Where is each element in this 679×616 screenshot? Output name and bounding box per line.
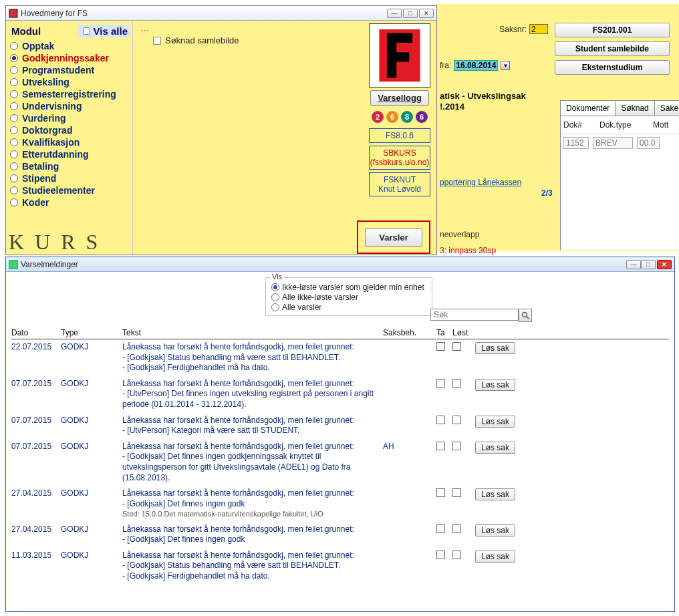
- vm-search-input[interactable]: [430, 309, 519, 321]
- tab-sake[interactable]: Sake: [654, 100, 679, 116]
- radio-icon: [10, 186, 18, 194]
- vm-max-button[interactable]: □: [641, 260, 656, 269]
- version-dot: 8: [401, 111, 413, 123]
- lost-checkbox[interactable]: [452, 442, 461, 450]
- version-box: FS8.0.6: [369, 128, 430, 143]
- vm-row: 07.07.2015GODKJLånekassa har forsøkt å h…: [11, 413, 669, 439]
- los-sak-button[interactable]: Løs sak: [475, 551, 515, 563]
- los-sak-button[interactable]: Løs sak: [475, 488, 515, 500]
- version-dot: 6: [386, 111, 398, 123]
- dok-hdr-mott: Mott: [653, 120, 668, 130]
- vm-search-button[interactable]: [519, 309, 532, 322]
- varsler-highlight: Varsler: [357, 220, 430, 254]
- tree-panel: ⋯ Søknad samlebilde: [133, 21, 363, 255]
- los-sak-button[interactable]: Løs sak: [475, 379, 515, 391]
- overlapp-text: neoverlapp: [440, 230, 479, 239]
- varselmeldinger-window: Varselmeldinger — □ ✕ Vis Ikke-løste var…: [5, 257, 675, 612]
- lost-checkbox[interactable]: [452, 524, 461, 533]
- radio-icon: [10, 138, 18, 146]
- ta-checkbox[interactable]: [436, 442, 445, 450]
- vm-row: 27.04.2015GODKJLånekassa har forsøkt å h…: [11, 522, 669, 548]
- module-item-doktorgrad[interactable]: Doktorgrad: [7, 124, 131, 136]
- ta-checkbox[interactable]: [436, 488, 445, 497]
- radio-icon: [10, 174, 18, 182]
- doc-tabbar: Dokumenter Søknad Sake: [560, 100, 679, 116]
- vm-row: 22.07.2015GODKJLånekassa har forsøkt å h…: [11, 339, 669, 376]
- saksnr-field[interactable]: 2: [529, 24, 548, 34]
- vm-min-button[interactable]: —: [626, 260, 641, 269]
- page-counter: 2/3: [541, 188, 553, 198]
- radio-icon: [10, 126, 18, 134]
- fra-date-dropdown[interactable]: ▼: [501, 61, 510, 70]
- vis-alle-checkbox[interactable]: [83, 27, 90, 35]
- module-item-opptak[interactable]: Opptak: [7, 40, 131, 52]
- sak-desc-2: !.2014: [440, 102, 464, 112]
- svg-point-2: [523, 313, 527, 317]
- ta-checkbox[interactable]: [436, 551, 445, 559]
- kurs-watermark: K U R S: [9, 230, 100, 255]
- vm-close-button[interactable]: ✕: [657, 260, 672, 269]
- vis-option[interactable]: Ikke-løste varsler som gjelder min enhet: [271, 283, 426, 292]
- module-item-programstudent[interactable]: Programstudent: [7, 64, 131, 76]
- eksternstudium-button[interactable]: Eksternstudium: [555, 60, 670, 75]
- module-item-vurdering[interactable]: Vurdering: [7, 112, 131, 124]
- user-box: FSKNUT Knut Løvold: [369, 172, 430, 196]
- tab-soknad[interactable]: Søknad: [615, 100, 654, 116]
- los-sak-button[interactable]: Løs sak: [475, 416, 515, 428]
- varsellogg-button[interactable]: Varsellogg: [370, 90, 429, 106]
- vis-legend: Vis: [270, 273, 284, 281]
- varsler-button[interactable]: Varsler: [365, 228, 422, 247]
- lost-checkbox[interactable]: [452, 379, 461, 388]
- fs-close-button[interactable]: ✕: [419, 9, 434, 18]
- los-sak-button[interactable]: Løs sak: [475, 524, 515, 536]
- ta-checkbox[interactable]: [436, 416, 445, 424]
- radio-icon: [271, 283, 279, 291]
- radio-icon: [10, 114, 18, 122]
- module-item-undervisning[interactable]: Undervisning: [7, 100, 131, 112]
- module-item-semesterregistrering[interactable]: Semesterregistrering: [7, 88, 131, 100]
- module-item-betaling[interactable]: Betaling: [7, 160, 131, 172]
- fs-max-button[interactable]: □: [403, 9, 418, 18]
- lost-checkbox[interactable]: [452, 342, 461, 351]
- module-item-stipend[interactable]: Stipend: [7, 172, 131, 184]
- ta-checkbox[interactable]: [436, 524, 445, 533]
- module-item-koder[interactable]: Koder: [7, 196, 131, 208]
- svg-line-3: [527, 317, 529, 319]
- radio-icon: [10, 150, 18, 158]
- doc-panel: Dok# Dok.type Mott 1152 BREV 00.0: [560, 116, 679, 250]
- radio-icon: [10, 42, 18, 50]
- radio-icon: [10, 54, 18, 62]
- vm-row: 27.04.2015GODKJLånekassa har forsøkt å h…: [11, 486, 669, 521]
- tab-dokumenter[interactable]: Dokumenter: [560, 100, 616, 116]
- fs-main-window: Hovedmeny for FS — □ ✕ Modul Vis alle Op…: [5, 5, 437, 255]
- lost-checkbox[interactable]: [452, 416, 461, 424]
- rapportering-link[interactable]: pportering Lånekassen: [440, 178, 521, 187]
- vis-option[interactable]: Alle ikke-løste varsler: [271, 293, 426, 302]
- saksnr-label: Saksnr:: [499, 25, 527, 34]
- fs-min-button[interactable]: —: [387, 9, 402, 18]
- search-icon: [521, 311, 529, 319]
- los-sak-button[interactable]: Løs sak: [475, 342, 515, 354]
- doc-row[interactable]: 1152 BREV 00.0: [561, 134, 679, 152]
- fra-label: fra:: [440, 61, 451, 70]
- lost-checkbox[interactable]: [452, 551, 461, 559]
- module-item-utveksling[interactable]: Utveksling: [7, 76, 131, 88]
- radio-icon: [10, 102, 18, 110]
- ta-checkbox[interactable]: [436, 342, 445, 351]
- lost-checkbox[interactable]: [452, 488, 461, 497]
- module-item-godkjenningssaker[interactable]: Godkjenningssaker: [7, 52, 131, 64]
- tree-item-soknad-samlebilde[interactable]: Søknad samlebilde: [153, 35, 239, 45]
- module-item-kvalifikasjon[interactable]: Kvalifikasjon: [7, 136, 131, 148]
- module-item-studieelementer[interactable]: Studieelementer: [7, 184, 131, 196]
- los-sak-button[interactable]: Løs sak: [475, 442, 515, 454]
- ta-checkbox[interactable]: [436, 379, 445, 388]
- server-box: SBKURS (fssbkurs.uio.no): [369, 146, 430, 170]
- vm-table-header: Dato Type Tekst Saksbeh. Ta Løst: [11, 328, 669, 339]
- module-item-etterutdanning[interactable]: Etterutdanning: [7, 148, 131, 160]
- student-samlebilde-button[interactable]: Student samlebilde: [555, 41, 670, 56]
- sak-desc-1: atisk - Utvekslingsak: [440, 91, 526, 101]
- vis-option[interactable]: Alle varsler: [271, 303, 426, 312]
- vis-alle-toggle[interactable]: Vis alle: [78, 25, 130, 37]
- fra-date-field[interactable]: 16.08.2014: [454, 60, 498, 71]
- fs201-button[interactable]: FS201.001: [555, 23, 670, 37]
